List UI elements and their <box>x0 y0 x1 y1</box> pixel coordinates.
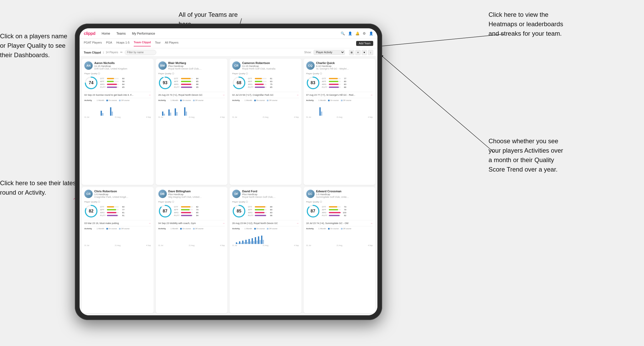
stat-row: ARG 81 <box>100 211 124 214</box>
activity-period[interactable]: 1 Month <box>97 227 104 230</box>
stat-value: 85 <box>194 80 199 83</box>
quality-circle[interactable]: 93 <box>158 76 172 90</box>
edit-icon[interactable]: ✏ <box>120 51 123 54</box>
chart-labels: 31 Jul 21 Aug 4 Sep <box>232 244 299 246</box>
stat-bar <box>181 212 191 213</box>
arrow-icon[interactable]: → <box>297 222 299 225</box>
activity-period[interactable]: 1 Month <box>318 227 326 230</box>
stats-rows: OTT 84 APP 85 ARG 88 PUTT 95 <box>174 77 199 88</box>
players-name-callout: Click on a players nameor Player Quality… <box>0 31 67 60</box>
player-name[interactable]: Aaron Nicholls <box>94 61 151 65</box>
latest-activity-text: 03 Mar 23 19, Must make putting <box>84 222 119 225</box>
activity-title: Activity <box>158 99 166 102</box>
add-team-button[interactable]: Add Team <box>356 41 373 46</box>
sub-nav-hcaps[interactable]: Hcaps 1-5 <box>116 41 129 46</box>
filter-icon[interactable]: ▼ <box>362 50 367 55</box>
sub-nav-tour[interactable]: Tour <box>155 41 160 46</box>
nav-my-performance[interactable]: My Performance <box>132 32 155 35</box>
player-card[interactable]: AN Aaron Nicholls 11-15 Handicap Drift G… <box>82 59 154 185</box>
arrow-icon[interactable]: → <box>222 222 225 225</box>
activity-period[interactable]: 1 Month <box>170 227 178 230</box>
activity-period[interactable]: 1 Month <box>170 99 178 102</box>
player-name[interactable]: Blair McHarg <box>168 61 225 65</box>
sort-icon[interactable]: ↕ <box>368 50 373 55</box>
list-view-icon[interactable]: ≡ <box>355 50 361 55</box>
player-name[interactable]: Dave Billingham <box>168 190 225 193</box>
quality-label: Player Quality ⓘ <box>232 200 299 203</box>
quality-circle[interactable]: 83 <box>306 76 320 90</box>
player-card[interactable]: EC Edward Crossman 1-5 Handicap Sunningd… <box>304 187 376 313</box>
activity-period[interactable]: 1 Month <box>245 227 252 230</box>
stat-value: 63 <box>268 80 272 83</box>
player-name[interactable]: David Ford <box>242 190 299 193</box>
player-name[interactable]: Cameron Robertson <box>242 61 299 65</box>
grid-view-icon[interactable]: ⊞ <box>349 50 354 55</box>
arrow-icon[interactable]: → <box>370 94 373 96</box>
off-course-bar <box>250 241 251 244</box>
quality-circle[interactable]: 87 <box>306 204 320 218</box>
quality-circle[interactable]: 85 <box>232 204 246 218</box>
arrow-icon[interactable]: → <box>297 94 299 96</box>
player-card[interactable]: DF David Ford Plus Handicap Royal North … <box>230 187 302 313</box>
sub-nav-pgat[interactable]: PGAT Players <box>84 41 102 46</box>
nav-home[interactable]: Home <box>102 32 110 35</box>
player-card[interactable]: CQ Charlie Quick 6-10 Handicap St. Georg… <box>304 59 376 185</box>
settings-icon[interactable]: ⚙ <box>363 31 366 35</box>
arrow-icon[interactable]: → <box>222 94 225 96</box>
activity-period[interactable]: 1 Month <box>97 99 104 102</box>
activity-period[interactable]: 1 Month <box>318 99 326 102</box>
quality-circle[interactable]: 74 <box>84 76 98 90</box>
activity-title: Activity <box>158 227 166 230</box>
stat-label: PUTT <box>322 214 328 217</box>
stat-value: 81 <box>120 211 124 214</box>
arrow-icon[interactable]: → <box>149 222 151 225</box>
sub-nav-team-clippd[interactable]: Team Clippd <box>134 41 151 46</box>
player-name[interactable]: Charlie Quick <box>316 61 373 65</box>
player-card[interactable]: CR Chris Robertson 1-5 Handicap Craigmil… <box>82 187 154 313</box>
filter-input[interactable] <box>125 50 156 55</box>
chart-bar-group <box>252 238 255 244</box>
dot-separator: · <box>242 228 242 230</box>
stat-row: PUTT 91 <box>100 214 124 217</box>
on-course-label: On course <box>256 99 265 101</box>
show-select[interactable]: Player Activity Quality Score Trend <box>314 50 345 55</box>
latest-activity: 18 Jul 23 74 (+4), Sunningdale GC - Old … <box>306 220 373 225</box>
sub-nav-all-players[interactable]: All Players <box>165 41 179 46</box>
quality-circle[interactable]: 82 <box>84 204 98 218</box>
nav-teams[interactable]: Teams <box>116 32 126 35</box>
avatar-icon[interactable]: 👤 <box>369 31 373 35</box>
quality-circle[interactable]: 68 <box>232 76 246 90</box>
latest-activity: 03 Mar 23 19, Must make putting → <box>84 220 151 225</box>
arrow-icon[interactable]: → <box>370 222 373 225</box>
player-info: Edward Crossman 1-5 Handicap Sunningdale… <box>316 190 373 198</box>
stat-bar <box>329 215 340 216</box>
stat-bar <box>329 78 338 79</box>
chart-label-end: 4 Sep <box>220 244 225 246</box>
chart-label-mid: 21 Aug <box>263 244 268 246</box>
stat-bar <box>329 87 339 88</box>
arrow-icon[interactable]: → <box>149 94 151 96</box>
player-card[interactable]: DB Dave Billingham Plus Handicap Skg Mag… <box>156 187 228 313</box>
activity-period[interactable]: 1 Month <box>245 99 252 102</box>
chart-labels: 31 Jul 21 Aug 4 Sep <box>306 244 373 246</box>
player-name[interactable]: Chris Robertson <box>94 190 151 193</box>
search-icon[interactable]: 🔍 <box>341 31 345 35</box>
stat-row: OTT 84 <box>174 77 199 80</box>
player-info: Charlie Quick 6-10 Handicap St. George's… <box>316 61 373 70</box>
view-icons: ⊞ ≡ ▼ ↕ <box>349 50 373 55</box>
player-name[interactable]: Edward Crossman <box>316 190 373 193</box>
stat-label: ARG <box>322 83 328 86</box>
player-card[interactable]: CR Cameron Robertson 11-15 Handicap Roya… <box>230 59 302 185</box>
player-club: Royal North Devon Golf Club, United Kin.… <box>168 67 202 70</box>
stat-row: APP 85 <box>174 80 199 83</box>
quality-circle[interactable]: 87 <box>158 204 172 218</box>
bell-icon[interactable]: 🔔 <box>355 31 360 35</box>
sub-nav-pga[interactable]: PGA <box>106 41 112 46</box>
player-header: EC Edward Crossman 1-5 Handicap Sunningd… <box>306 190 373 198</box>
stat-value: 80 <box>268 209 272 211</box>
player-card[interactable]: BM Blair McHarg Plus Handicap Royal Nort… <box>156 59 228 185</box>
latest-activity-text: 26 Aug 23 73 (+1), Royal North Devon GC <box>158 94 203 96</box>
person-icon[interactable]: 👤 <box>348 31 352 35</box>
team-bar-title: Team Clippd <box>84 51 101 54</box>
latest-activity-text: 26 Aug 23 84 (+12), Royal North Devon GC <box>232 222 278 225</box>
